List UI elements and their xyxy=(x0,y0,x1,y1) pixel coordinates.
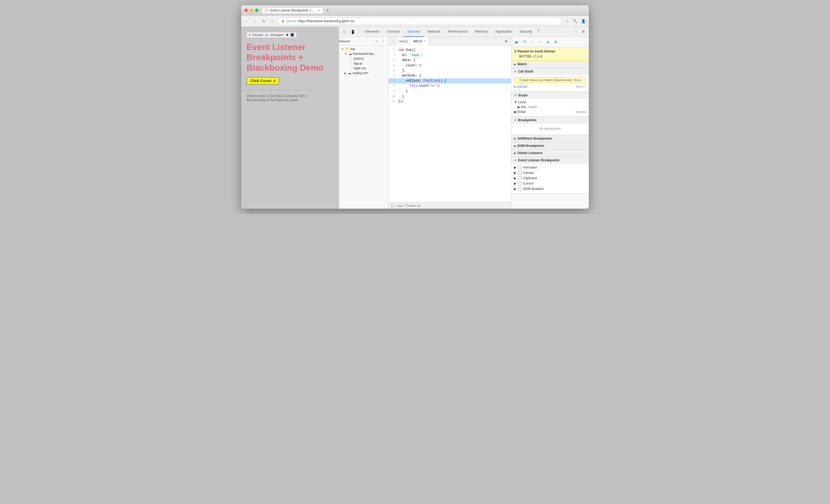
maximize-window-button[interactable] xyxy=(255,8,259,12)
paused-icon: ▶ xyxy=(249,33,251,37)
editor-tab-appjs[interactable]: app.js ✕ xyxy=(411,37,428,45)
cloud-icon-unpkg: ☁ xyxy=(348,71,351,75)
breakpoints-header[interactable]: ▼ Breakpoints xyxy=(511,117,589,124)
scope-local-label: Local xyxy=(518,100,526,104)
dom-breakpoints-header[interactable]: ▶ DOM Breakpoints xyxy=(511,142,589,149)
new-tab-button[interactable]: + xyxy=(324,7,331,13)
event-bp-canvas-checkbox[interactable] xyxy=(518,171,521,175)
close-window-button[interactable] xyxy=(245,8,248,12)
watch-label: Watch xyxy=(517,62,527,66)
deactivate-button[interactable]: ⊘ xyxy=(544,38,551,45)
editor-back-button[interactable]: ‹ xyxy=(390,38,396,45)
tree-label-appjs: app.js xyxy=(354,62,362,65)
tree-item-top[interactable]: ▼ 📁 top xyxy=(339,46,388,51)
whats-new-link[interactable]: What's New In DevTools (Chrome 66) > xyxy=(247,94,308,98)
back-button[interactable]: ‹ xyxy=(243,18,250,25)
event-bp-canvas-arrow[interactable]: ▶ xyxy=(514,171,516,175)
tab-memory[interactable]: Memory xyxy=(471,27,491,37)
code-line-6: 6 methods: { xyxy=(388,73,511,78)
tab-close-button[interactable]: ✕ xyxy=(318,9,320,12)
tree-item-framework[interactable]: ▼ ☁ framework-bla… xyxy=(339,51,388,56)
inspect-element-button[interactable]: ⬡ xyxy=(341,28,348,35)
forward-button[interactable]: › xyxy=(252,18,259,25)
event-bp-animation-arrow[interactable]: ▶ xyxy=(514,166,516,169)
step-into-button[interactable]: ↓ xyxy=(529,38,536,45)
devtools-close-button[interactable]: ✕ xyxy=(580,28,587,35)
event-bp-animation-checkbox[interactable] xyxy=(518,166,521,169)
address-input-wrapper[interactable]: 🔒 Secure https://framework-blackboxing.g… xyxy=(278,18,562,25)
tree-item-unpkg[interactable]: ▶ ☁ unpkg.com xyxy=(339,71,388,75)
tab-sources[interactable]: Sources xyxy=(404,27,424,37)
page-content: ▶ Paused in debugger ⏺ ⬛ Event Listener … xyxy=(241,27,339,209)
devtools-panel: ⬡ 📱 Elements Console Sources Network Per… xyxy=(339,27,589,209)
blackboxing-link[interactable]: Blackboxing in the Network panel xyxy=(247,98,298,102)
paused-text: Paused in debugger xyxy=(252,33,284,37)
stack-item-onclick[interactable]: ● onClick app.js:7 xyxy=(514,84,586,89)
tab-console[interactable]: Console xyxy=(383,27,404,37)
tab-application[interactable]: Application xyxy=(491,27,516,37)
tree-item-index[interactable]: 📄 (index) xyxy=(339,56,388,61)
bookmark-button[interactable]: ☆ xyxy=(564,18,571,25)
event-bp-clipboard-checkbox[interactable] xyxy=(518,177,521,180)
refresh-button[interactable]: ↻ xyxy=(260,18,267,25)
pause-on-exceptions-button[interactable]: ⏸ xyxy=(552,38,559,45)
blackbox-show-link[interactable]: Show xyxy=(573,78,581,82)
call-stack-header[interactable]: ▼ Call Stack xyxy=(511,68,589,75)
minimize-window-button[interactable] xyxy=(250,8,253,12)
click-count-button[interactable]: Click Count: 4 xyxy=(247,77,279,85)
code-area[interactable]: 1 new Vue({ 2 el: '#app', 3 data: { xyxy=(388,45,511,202)
paused-event: BUTTON.click xyxy=(514,55,585,58)
scope-header[interactable]: ▼ Scope xyxy=(511,92,589,99)
line-content-2: el: '#app', xyxy=(398,53,511,58)
xhr-arrow-icon: ▶ xyxy=(514,137,516,140)
tab-elements[interactable]: Elements xyxy=(361,27,383,37)
event-bp-dom-mutation-checkbox[interactable] xyxy=(518,187,521,191)
device-toggle-button[interactable]: 📱 xyxy=(349,28,356,35)
scope-local-header[interactable]: ▼ Local xyxy=(514,100,586,104)
editor-tab-appjs-close[interactable]: ✕ xyxy=(423,39,425,42)
scope-global-row[interactable]: ▶ Global Window xyxy=(514,109,586,114)
address-actions: ☆ 🔧 👤 xyxy=(564,18,587,25)
scope-this-item[interactable]: ▶ this: Vue$3 xyxy=(514,104,586,109)
event-bp-dom-mutation-arrow[interactable]: ▶ xyxy=(514,187,516,191)
tree-item-stylecss[interactable]: 📄 style.css xyxy=(339,66,388,71)
file-tree-content: ▼ 📁 top ▼ ☁ framework-bla… 📄 (index) xyxy=(339,45,388,209)
xhr-breakpoints-header[interactable]: ▶ XHR/fetch Breakpoints xyxy=(511,135,589,142)
devtools-body: Network » ⋮ ▼ 📁 top ▼ ☁ framew xyxy=(339,37,589,209)
scope-global-value: Window xyxy=(576,110,586,114)
file-tree-more-button[interactable]: » xyxy=(373,38,379,44)
event-bp-control-arrow[interactable]: ▶ xyxy=(514,182,516,185)
step-out-button[interactable]: ↑ xyxy=(537,38,544,45)
file-tree-options-button[interactable]: ⋮ xyxy=(380,38,386,44)
global-listeners-section: ▶ Global Listeners xyxy=(511,150,589,157)
browser-tab-active[interactable]: Event Listener Breakpoints + … ✕ xyxy=(262,7,323,13)
event-listener-bp-header[interactable]: ▼ Event Listener Breakpoints xyxy=(511,157,589,164)
more-tabs-button[interactable]: » xyxy=(536,27,541,37)
devtools-more-button[interactable]: ⋮ xyxy=(573,28,579,35)
editor-format-button[interactable]: ▶ xyxy=(503,38,510,45)
home-button[interactable]: ⌂ xyxy=(269,18,276,25)
extensions-button[interactable]: 🔧 xyxy=(572,18,579,25)
tree-item-appjs[interactable]: 📄 app.js xyxy=(339,61,388,66)
global-listeners-header[interactable]: ▶ Global Listeners xyxy=(511,150,589,157)
page-title: Event Listener Breakpoints + Blackboxing… xyxy=(247,42,333,73)
step-over-button[interactable]: ↷ xyxy=(521,38,528,45)
tab-security[interactable]: Security xyxy=(516,27,536,37)
tab-performance[interactable]: Performance xyxy=(444,27,471,37)
account-button[interactable]: 👤 xyxy=(580,18,587,25)
tree-arrow-top: ▼ xyxy=(341,48,344,51)
event-bp-clipboard-arrow[interactable]: ▶ xyxy=(514,176,516,180)
code-line-3: 3 data: { xyxy=(388,58,511,63)
paused-banner: ▶ Paused in debugger ⏺ ⬛ xyxy=(247,32,296,38)
editor-tab-vuejs[interactable]: vue.js xyxy=(396,37,411,45)
format-code-icon[interactable]: { } xyxy=(391,204,394,207)
paused-info-icon: ℹ xyxy=(514,49,516,54)
file-tree-network-tab[interactable]: Network xyxy=(341,38,347,44)
call-stack-arrow-icon: ▼ xyxy=(514,70,517,73)
line-num-11: 11 xyxy=(388,99,398,104)
watch-section-header[interactable]: ▶ Watch xyxy=(511,61,589,68)
event-bp-control-checkbox[interactable] xyxy=(518,182,521,185)
tab-network[interactable]: Network xyxy=(424,27,444,37)
line-num-9: 9 xyxy=(388,89,398,94)
resume-button[interactable]: ▶ xyxy=(513,38,520,45)
